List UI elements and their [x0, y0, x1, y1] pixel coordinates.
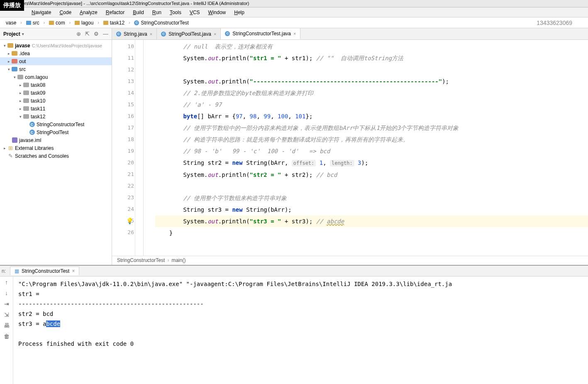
menu-code[interactable]: Code	[55, 8, 76, 17]
tree-item-label: task09	[31, 90, 45, 96]
tree-arrow-icon[interactable]	[12, 75, 17, 79]
clear-icon[interactable]: 🗑	[4, 333, 10, 340]
project-tree[interactable]: javaseC:\Users\Marz\IdeaProjects\javase.…	[0, 40, 112, 265]
tree-arrow-icon[interactable]	[17, 91, 23, 95]
scroll-to-end-icon[interactable]: ⇲	[4, 311, 9, 318]
tree-arrow-icon[interactable]	[2, 44, 7, 48]
code-area[interactable]: 10111213141516171819202122232425💡26 // n…	[112, 40, 588, 256]
crumb-com[interactable]: com	[46, 19, 68, 27]
menu-window[interactable]: Window	[204, 8, 230, 17]
collapse-all-icon[interactable]: ⇱	[85, 31, 90, 37]
console-line: str3 = abcde	[18, 319, 583, 329]
library-icon: ⊞	[7, 145, 13, 151]
console-line: ----------------------------------------…	[18, 299, 583, 309]
tree-item-label: StringConstructorTest	[37, 122, 84, 127]
menu-analyze[interactable]: Analyze	[76, 8, 102, 17]
folder-icon	[49, 21, 54, 25]
tree-item-task11[interactable]: task11	[0, 105, 112, 113]
menu-build[interactable]: Build	[129, 8, 148, 17]
tree-item--idea[interactable]: .idea	[0, 49, 112, 57]
crumb-vase[interactable]: vase	[3, 19, 19, 27]
close-icon[interactable]: ×	[72, 268, 75, 274]
tree-item-out[interactable]: out	[0, 57, 112, 65]
chevron-down-icon[interactable]: ▾	[22, 32, 24, 36]
menu-run[interactable]: Run	[148, 8, 166, 17]
tree-item-label: src	[19, 66, 26, 72]
tree-arrow-icon[interactable]	[17, 83, 23, 87]
crumb-lagou[interactable]: lagou	[72, 19, 96, 27]
tree-item-scratches-and-consoles[interactable]: ✎Scratches and Consoles	[0, 152, 112, 160]
menu-help[interactable]: Help	[230, 8, 249, 17]
folder-icon	[75, 21, 80, 25]
project-title[interactable]: Project ▾	[3, 31, 24, 37]
tab-stringpooltest[interactable]: CStringPoolTest.java×	[157, 28, 221, 39]
tree-item-stringconstructortest[interactable]: CStringConstructorTest	[0, 120, 112, 128]
project-header: Project ▾ ⊕ ⇱ ⚙ —	[0, 28, 112, 40]
hide-icon[interactable]: —	[103, 31, 108, 37]
tab-stringconstructortest[interactable]: CStringConstructorTest.java×	[221, 28, 300, 39]
tree-arrow-icon[interactable]	[17, 99, 23, 103]
run-tab-label: StringConstructorTest	[22, 268, 69, 274]
close-icon[interactable]: ×	[214, 32, 216, 37]
rerun-icon[interactable]: ↑	[5, 279, 8, 286]
crumb[interactable]: StringConstructorTest	[117, 257, 165, 263]
crumb-stringconstructortest[interactable]: CStringConstructorTest	[132, 19, 191, 27]
tree-item-external-libraries[interactable]: ⊞External Libraries	[0, 144, 112, 152]
intention-bulb-icon[interactable]: 💡	[126, 215, 133, 227]
tree-item-stringpooltest[interactable]: CStringPoolTest	[0, 128, 112, 136]
tree-item-label: .idea	[19, 51, 30, 56]
tree-item-javase[interactable]: javaseC:\Users\Marz\IdeaProjects\javase	[0, 42, 112, 49]
console-output[interactable]: "C:\Program Files\Java\jdk-11.0.2\bin\ja…	[13, 276, 588, 384]
scroll-from-source-icon[interactable]: ⊕	[76, 31, 81, 37]
tree-item-task08[interactable]: task08	[0, 81, 112, 89]
tree-item-task12[interactable]: task12	[0, 113, 112, 120]
class-icon: C	[29, 130, 35, 135]
tree-item-label: com.lagou	[25, 74, 48, 80]
crumb[interactable]: main()	[171, 257, 185, 263]
application-icon: ▦	[15, 268, 19, 274]
class-icon: C	[116, 32, 121, 37]
tab-string[interactable]: CString.java×	[112, 28, 157, 39]
tree-item-com-lagou[interactable]: com.lagou	[0, 73, 112, 81]
tree-item-label: Scratches and Consoles	[15, 153, 69, 159]
tree-item-src[interactable]: src	[0, 65, 112, 73]
folder-icon	[12, 59, 17, 64]
tree-arrow-icon[interactable]	[17, 115, 23, 119]
package-icon	[23, 90, 29, 96]
editor-breadcrumb: StringConstructorTest›main()	[112, 256, 588, 265]
tree-arrow-icon[interactable]	[6, 67, 12, 71]
class-icon: C	[29, 122, 35, 127]
tree-item-task10[interactable]: task10	[0, 97, 112, 105]
menu-vcs[interactable]: VCS	[185, 8, 204, 17]
menu-refactor[interactable]: Refactor	[102, 8, 129, 17]
menu-tools[interactable]: Tools	[166, 8, 185, 17]
tree-arrow-icon[interactable]	[6, 59, 12, 64]
code-editor[interactable]: // null 表示空，连对象都没有 System.out.println("s…	[144, 40, 588, 256]
stop-playback-badge[interactable]: 停播放	[0, 0, 24, 11]
tree-item-task09[interactable]: task09	[0, 89, 112, 97]
console-line: Process finished with exit code 0	[18, 339, 583, 349]
run-label: n:	[2, 268, 6, 274]
crumb-task12[interactable]: task12	[101, 19, 127, 27]
stop-icon[interactable]: ↓	[5, 290, 8, 296]
console-line: str2 = bcd	[18, 309, 583, 319]
tree-item-label: StringPoolTest	[37, 130, 68, 135]
crumb-src[interactable]: src	[24, 19, 42, 27]
title-text: se [C:\Users\Marz\IdeaProjects\javase] -…	[3, 1, 249, 6]
tree-arrow-icon[interactable]	[6, 51, 12, 56]
run-tab-active[interactable]: ▦ StringConstructorTest ×	[10, 267, 79, 275]
gear-icon[interactable]: ⚙	[94, 31, 99, 37]
close-icon[interactable]: ×	[293, 31, 296, 36]
menu-navigate[interactable]: Navigate	[27, 8, 55, 17]
module-icon	[12, 137, 17, 143]
tree-item-label: javase	[15, 43, 30, 49]
soft-wrap-icon[interactable]: ⇥	[4, 301, 9, 307]
package-icon	[17, 74, 23, 80]
package-icon	[23, 98, 29, 104]
tree-item-javase-iml[interactable]: javase.iml	[0, 136, 112, 144]
print-icon[interactable]: 🖶	[4, 322, 10, 329]
tree-arrow-icon[interactable]	[2, 146, 7, 150]
tree-arrow-icon[interactable]	[17, 107, 23, 111]
close-icon[interactable]: ×	[150, 32, 152, 37]
run-tool-window: n: ▦ StringConstructorTest × ↑ ↓ ⇥ ⇲ 🖶 🗑…	[0, 265, 588, 384]
